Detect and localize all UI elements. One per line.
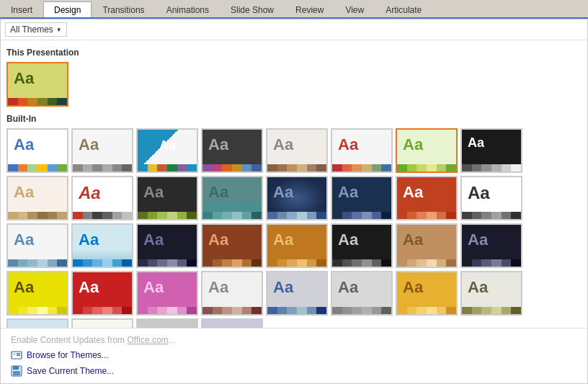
theme-composite[interactable]: Aa (6, 176, 68, 220)
theme-apex[interactable]: Aa (201, 128, 263, 173)
theme-adjacency[interactable]: Aa (71, 128, 133, 173)
theme-civic[interactable]: Aa (396, 128, 458, 173)
theme-pushpin[interactable]: Aa 📌 (6, 318, 68, 328)
theme-newsprint[interactable]: Aa (136, 271, 198, 316)
svg-rect-6 (13, 371, 20, 375)
theme-foundry[interactable]: Aa (201, 223, 263, 268)
theme-cracked-earth[interactable]: Aa (201, 176, 263, 220)
theme-couture[interactable]: Aa (136, 176, 198, 220)
themes-panel: All Themes ▼ This Presentation Aa Built- (0, 19, 588, 384)
themes-toolbar: All Themes ▼ (1, 19, 587, 40)
office-com-link[interactable]: Office.com (127, 335, 168, 345)
save-theme-link[interactable]: Save Current Theme... (8, 363, 580, 379)
section-this-presentation: This Presentation (6, 48, 582, 58)
dropdown-arrow-icon: ▼ (56, 27, 62, 33)
browse-themes-label: Browse for Themes... (27, 350, 109, 360)
tab-insert[interactable]: Insert (0, 1, 43, 17)
themes-scroll[interactable]: This Presentation Aa Built-In Aa (1, 40, 587, 328)
tab-slideshow[interactable]: Slide Show (220, 1, 285, 17)
browse-themes-link[interactable]: Browse for Themes... (8, 347, 580, 363)
theme-equity[interactable]: Aa (460, 176, 522, 220)
tab-transitions[interactable]: Transitions (92, 1, 155, 17)
theme-angles[interactable]: Aa (136, 128, 198, 173)
this-presentation-grid: Aa (6, 62, 582, 107)
section-built-in: Built-In (6, 114, 582, 124)
theme-current[interactable]: Aa (6, 62, 68, 107)
built-in-grid: Aa Aa (6, 128, 582, 328)
theme-median[interactable]: Aa (460, 223, 522, 268)
theme-aspect[interactable]: Aa (331, 128, 393, 173)
theme-curtain[interactable]: Aa (266, 176, 328, 220)
enable-updates-text: Enable Content Updates from Office.com..… (8, 333, 580, 347)
theme-concourse[interactable]: Aa (71, 176, 133, 220)
theme-executive[interactable]: Aa (71, 223, 133, 268)
svg-rect-3 (17, 355, 20, 357)
themes-footer: Enable Content Updates from Office.com..… (1, 328, 587, 383)
tab-articulate[interactable]: Articulate (375, 1, 432, 17)
theme-slipstream[interactable]: Aa (71, 318, 133, 328)
theme-office[interactable]: Aa (6, 128, 68, 173)
theme-label: Aa (14, 69, 34, 88)
svg-rect-2 (17, 353, 20, 354)
tab-design[interactable]: Design (43, 1, 92, 17)
all-themes-button[interactable]: All Themes ▼ (5, 22, 67, 37)
theme-apothecary[interactable]: Aa (266, 128, 328, 173)
theme-essential[interactable]: Aa (6, 223, 68, 268)
browse-themes-icon (11, 349, 22, 361)
save-theme-icon (11, 365, 22, 377)
theme-paper[interactable]: Aa (396, 271, 458, 316)
theme-clarity[interactable]: Aa (460, 128, 522, 173)
svg-rect-1 (13, 353, 16, 355)
tab-animations[interactable]: Animations (156, 1, 220, 17)
theme-elemental[interactable]: Aa (396, 176, 458, 220)
theme-metro[interactable]: Aa (6, 271, 68, 316)
theme-horizon[interactable]: Aa (396, 223, 458, 268)
theme-flow[interactable]: Aa (136, 223, 198, 268)
theme-hardcover[interactable]: Aa (331, 223, 393, 268)
theme-solstice[interactable]: Aa (136, 318, 198, 328)
theme-depth[interactable]: Aa (331, 176, 393, 220)
theme-opulent[interactable]: Aa (201, 271, 263, 316)
color-bar (8, 98, 67, 105)
svg-rect-5 (13, 366, 19, 370)
tab-bar: Insert Design Transitions Animations Sli… (0, 0, 588, 19)
theme-perspective[interactable]: Aa (460, 271, 522, 316)
save-theme-label: Save Current Theme... (27, 366, 114, 376)
theme-module[interactable]: Aa (71, 271, 133, 316)
tab-view[interactable]: View (334, 1, 375, 17)
theme-origin[interactable]: Aa (331, 271, 393, 316)
tab-review[interactable]: Review (285, 1, 334, 17)
theme-grid[interactable]: Aa (266, 223, 328, 268)
all-themes-label: All Themes (10, 24, 53, 35)
theme-technic[interactable]: Aa (201, 318, 263, 328)
theme-oriel[interactable]: Aa (266, 271, 328, 316)
